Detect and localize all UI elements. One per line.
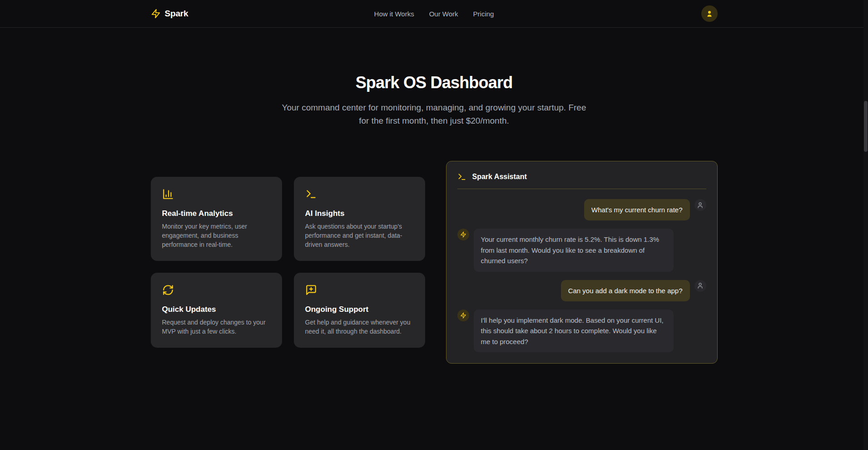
feature-card-quick-updates: Quick Updates Request and deploy changes… xyxy=(151,273,282,348)
chat-messages: What's my current churn rate? Your curre… xyxy=(457,189,706,352)
feature-title: Real-time Analytics xyxy=(162,209,271,218)
zap-icon xyxy=(151,9,161,19)
feature-card-ongoing-support: Ongoing Support Get help and guidance wh… xyxy=(294,273,425,348)
chat-message-assistant: I'll help you implement dark mode. Based… xyxy=(457,310,706,352)
content-row: Real-time Analytics Monitor your key met… xyxy=(151,161,718,364)
user-message-bubble: Can you add a dark mode to the app? xyxy=(561,280,690,301)
feature-description: Ask questions about your startup's perfo… xyxy=(305,222,414,250)
user-avatar-button[interactable] xyxy=(701,5,718,22)
zap-icon xyxy=(460,231,466,238)
assistant-avatar xyxy=(457,229,469,240)
feature-description: Get help and guidance whenever you need … xyxy=(305,318,414,336)
zap-icon xyxy=(460,312,466,319)
user-message-bubble: What's my current churn rate? xyxy=(584,199,689,220)
navbar-inner: Spark How it Works Our Work Pricing xyxy=(151,5,718,22)
chat-message-assistant: Your current monthly churn rate is 5.2%.… xyxy=(457,229,706,271)
user-icon xyxy=(705,10,714,18)
user-icon xyxy=(697,282,704,289)
hero-section: Spark OS Dashboard Your command center f… xyxy=(0,28,868,127)
user-icon xyxy=(697,202,704,209)
spark-assistant-panel: Spark Assistant What's my current churn … xyxy=(446,161,718,364)
nav-link-pricing[interactable]: Pricing xyxy=(473,10,494,18)
assistant-message-bubble: Your current monthly churn rate is 5.2%.… xyxy=(474,229,674,271)
main-content: Spark OS Dashboard Your command center f… xyxy=(0,28,868,364)
chat-title: Spark Assistant xyxy=(472,173,527,181)
feature-title: Ongoing Support xyxy=(305,305,414,314)
nav-link-how-it-works[interactable]: How it Works xyxy=(374,10,414,18)
brand-name: Spark xyxy=(165,9,188,19)
navbar: Spark How it Works Our Work Pricing xyxy=(0,0,868,28)
scrollbar-thumb[interactable] xyxy=(864,101,868,152)
feature-title: Quick Updates xyxy=(162,305,271,314)
refresh-icon xyxy=(162,284,174,296)
navbar-right xyxy=(494,5,717,22)
chat-message-user: Can you add a dark mode to the app? xyxy=(457,280,706,301)
message-plus-icon xyxy=(305,284,317,296)
feature-description: Monitor your key metrics, user engagemen… xyxy=(162,222,271,250)
features-grid: Real-time Analytics Monitor your key met… xyxy=(151,177,425,347)
brand-logo[interactable]: Spark xyxy=(151,9,374,19)
chat-message-user: What's my current churn rate? xyxy=(457,199,706,220)
scrollbar-track xyxy=(863,0,868,450)
page-title: Spark OS Dashboard xyxy=(0,73,868,92)
page-subtitle: Your command center for monitoring, mana… xyxy=(278,101,591,127)
feature-card-ai-insights: AI Insights Ask questions about your sta… xyxy=(294,177,425,261)
nav-links: How it Works Our Work Pricing xyxy=(374,10,494,18)
chat-header: Spark Assistant xyxy=(457,172,706,189)
nav-link-our-work[interactable]: Our Work xyxy=(429,10,458,18)
terminal-icon xyxy=(305,188,317,200)
assistant-avatar xyxy=(457,310,469,321)
terminal-icon xyxy=(457,172,466,181)
feature-card-realtime-analytics: Real-time Analytics Monitor your key met… xyxy=(151,177,282,261)
user-avatar xyxy=(694,199,706,211)
assistant-message-bubble: I'll help you implement dark mode. Based… xyxy=(474,310,674,352)
bar-chart-icon xyxy=(162,188,174,200)
feature-title: AI Insights xyxy=(305,209,414,218)
feature-description: Request and deploy changes to your MVP w… xyxy=(162,318,271,336)
user-avatar xyxy=(694,280,706,292)
